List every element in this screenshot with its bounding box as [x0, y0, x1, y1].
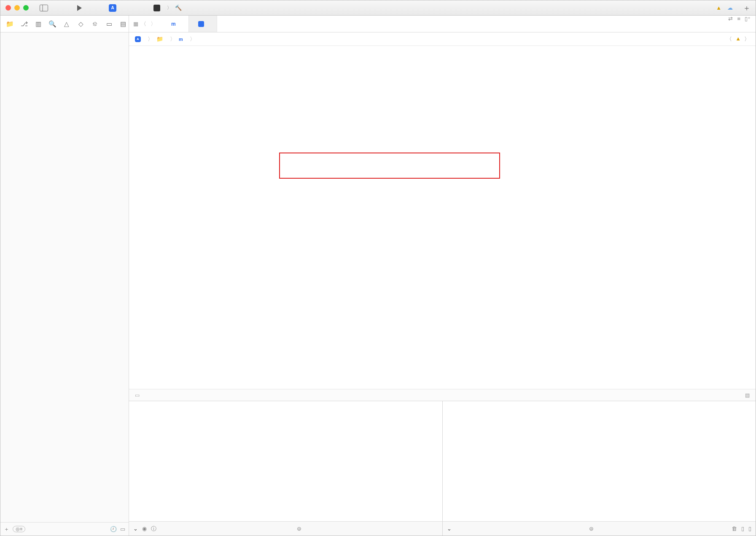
folder-icon: 📁	[156, 36, 163, 42]
zoom-window-button[interactable]	[23, 5, 29, 11]
quicklook-icon[interactable]: ◉	[142, 525, 147, 532]
source-control-navigator-icon[interactable]: ⎇	[19, 20, 30, 28]
warning-indicator[interactable]: ▲	[716, 5, 721, 11]
tab-project[interactable]	[189, 16, 217, 32]
next-issue-icon[interactable]: 〉	[744, 35, 750, 43]
annotation-highlight	[279, 153, 500, 179]
filter-input[interactable]	[29, 526, 107, 532]
forward-button[interactable]: 〉	[149, 20, 158, 28]
find-navigator-icon[interactable]: 🔍	[47, 20, 58, 28]
filter-icon: ⊜	[589, 525, 594, 532]
cloud-status-icon[interactable]: ☁︎	[727, 5, 733, 11]
minimap-toggle-icon[interactable]: ▤	[745, 392, 750, 398]
svg-marker-2	[77, 5, 82, 11]
editor-options-icon[interactable]: ≡	[737, 16, 740, 32]
add-editor-icon[interactable]: ▯⁺	[745, 16, 751, 32]
chevron-right-icon: 〉	[148, 35, 153, 43]
project-icon: A	[135, 36, 141, 42]
breakpoint-navigator-icon[interactable]: ▭	[104, 20, 115, 28]
project-navigator-icon[interactable]: 📁	[5, 20, 16, 28]
variables-filter-input[interactable]	[306, 525, 438, 532]
hide-console-icon[interactable]: ▯	[748, 525, 751, 532]
tab-active[interactable]: m	[162, 16, 189, 32]
run-destination[interactable]: 〉 🔨	[149, 2, 189, 14]
print-description-icon[interactable]: ⓘ	[151, 525, 156, 533]
warning-icon: ▲	[716, 5, 721, 11]
clear-console-icon[interactable]: 🗑	[732, 525, 737, 532]
m-file-icon: m	[171, 21, 176, 27]
close-window-button[interactable]	[5, 5, 11, 11]
back-button[interactable]: 〈	[139, 20, 148, 28]
test-navigator-icon[interactable]: ◇	[75, 20, 86, 28]
hide-variables-icon[interactable]: ▯	[741, 525, 744, 532]
console-output-selector[interactable]: ⌄	[447, 525, 452, 532]
minimize-window-button[interactable]	[14, 5, 20, 11]
run-button[interactable]	[74, 3, 84, 13]
source-editor[interactable]	[129, 46, 756, 389]
project-icon: A	[109, 4, 116, 12]
navigator-toolbar: 📁 ⎇ ▥ 🔍 △ ◇ ⛭ ▭ ▤ ▦ 〈 〉 m	[0, 16, 756, 32]
jump-bar[interactable]: A 〉 📁 〉 m 〉 〈 ▲ 〉	[129, 32, 756, 46]
window-controls	[5, 5, 29, 11]
console-body[interactable]	[443, 401, 756, 521]
recents-filter-icon[interactable]: 🕘	[110, 526, 117, 532]
m-file-icon: m	[179, 37, 183, 42]
chevron-right-icon: 〉	[190, 35, 195, 43]
add-tab-button[interactable]: ＋	[743, 3, 751, 13]
warning-icon[interactable]: ▲	[735, 35, 741, 43]
chevron-right-icon: 〉	[167, 5, 172, 11]
prev-issue-icon[interactable]: 〈	[726, 35, 732, 43]
chevron-right-icon: 〉	[170, 35, 175, 43]
scheme-selector[interactable]: A	[105, 2, 124, 14]
file-tree[interactable]	[0, 32, 129, 522]
console-filter-input[interactable]	[598, 525, 727, 532]
svg-rect-0	[40, 5, 48, 11]
filter-scope-icon[interactable]: ◎≡	[13, 526, 25, 532]
hammer-icon: 🔨	[175, 5, 182, 11]
editor-history-icon[interactable]: ⇄	[728, 16, 733, 32]
editor-status-bar: ▭ ▤	[129, 389, 756, 401]
unity-icon	[153, 5, 160, 11]
filter-icon: ⊜	[297, 525, 301, 532]
project-navigator: ＋ ◎≡ 🕘 ▭	[0, 32, 129, 536]
variables-scope-selector[interactable]: ⌄	[133, 525, 138, 532]
navigator-filter-bar: ＋ ◎≡ 🕘 ▭	[0, 522, 129, 536]
related-items-icon[interactable]: ▦	[133, 21, 138, 27]
variables-view: ⌄ ◉ ⓘ ⊜	[129, 401, 442, 536]
sidebar-toggle-icon[interactable]	[39, 3, 49, 13]
console-view: ⌄ ⊜ 🗑 ▯ ▯	[442, 401, 756, 536]
report-navigator-icon[interactable]: ▤	[118, 20, 129, 28]
add-button[interactable]: ＋	[4, 525, 9, 533]
issue-navigator-icon[interactable]: △	[61, 20, 72, 28]
variables-body[interactable]	[129, 401, 442, 521]
symbol-navigator-icon[interactable]: ▥	[33, 20, 44, 28]
debug-navigator-icon[interactable]: ⛭	[89, 20, 100, 27]
project-icon	[198, 21, 204, 27]
titlebar: A 〉 🔨 ▲ ☁︎ ＋	[0, 0, 756, 16]
scm-filter-icon[interactable]: ▭	[120, 526, 125, 532]
breadcrumb-toggle-icon[interactable]: ▭	[135, 392, 140, 398]
debug-area: ⌄ ◉ ⓘ ⊜ ⌄ ⊜ 🗑	[129, 401, 756, 536]
